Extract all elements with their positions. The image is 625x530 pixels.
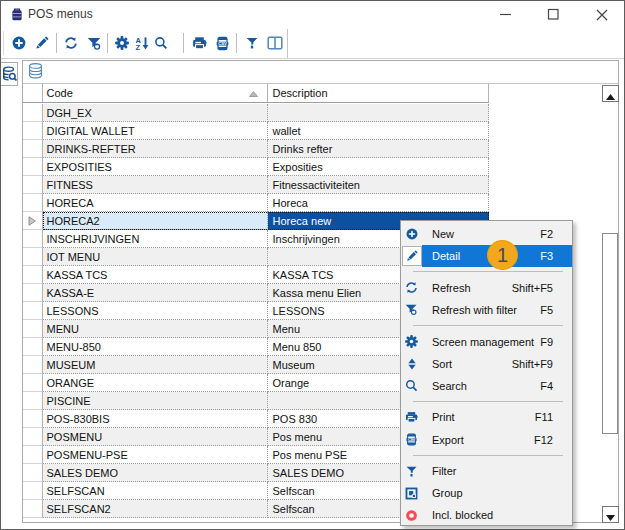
svg-text:CSV: CSV xyxy=(408,438,416,442)
svg-text:CSV: CSV xyxy=(218,41,227,46)
svg-text:Z: Z xyxy=(136,43,141,51)
